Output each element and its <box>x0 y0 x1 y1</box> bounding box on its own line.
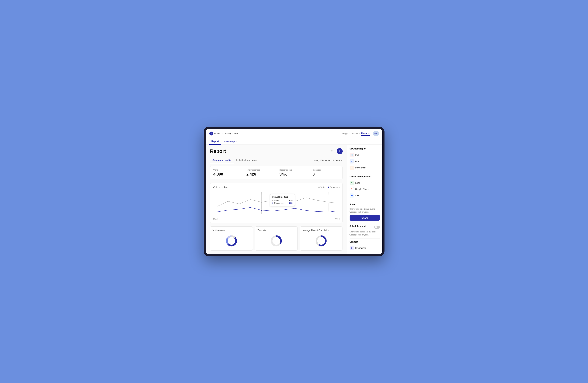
mini-card-total-hits: Total hits <box>255 226 298 251</box>
sidebar-item-gsheets[interactable]: G Google Sheets <box>350 186 380 192</box>
sidebar-item-powerpoint[interactable]: P PowerPoint <box>350 165 380 171</box>
top-nav: ✓ Folder > Survey name Design › Share › … <box>206 129 382 138</box>
csv-icon: CSV <box>350 193 354 198</box>
share-button[interactable]: Share <box>350 215 380 221</box>
schedule-toggle[interactable] <box>374 226 380 229</box>
report-title: Report <box>210 149 226 154</box>
nav-steps: Design › Share › Results <box>341 131 369 136</box>
report-actions: ≡ ✎ <box>329 148 343 154</box>
sidebar-item-pdf[interactable]: 📄 PDF <box>350 152 380 158</box>
mini-card-visit-sources-title: Visit sources <box>213 229 250 232</box>
excel-icon: X <box>350 181 354 185</box>
chart-tooltip: 16 August, 2023 Visits 635 <box>270 194 295 206</box>
stat-rate-label: Response rate <box>280 169 306 171</box>
tab-report[interactable]: Report <box>209 138 221 145</box>
sidebar-csv-label: CSV <box>355 194 360 197</box>
breadcrumb-folder[interactable]: Folder <box>214 132 221 135</box>
bottom-row: Visit sources Total hits <box>210 226 343 251</box>
powerpoint-icon: P <box>350 166 354 170</box>
tab-bar: Report + New report <box>206 138 382 145</box>
stat-total-responses: Total responses 2,426 <box>243 166 276 179</box>
date-range-picker[interactable]: Jan 6, 2024 — Jan 13, 2024 ∨ <box>313 159 343 162</box>
pdf-icon: 📄 <box>350 153 354 157</box>
sidebar-item-excel[interactable]: X Excel <box>350 180 380 186</box>
sidebar-schedule-title: Schedule report <box>350 225 366 228</box>
mini-card-total-hits-title: Total hits <box>258 229 295 232</box>
chart-dates: 14 Aug Oct 2 <box>213 218 340 220</box>
nav-step-results[interactable]: Results <box>361 131 370 136</box>
brand-check: ✓ <box>210 132 212 134</box>
schedule-report-row: Schedule report <box>350 225 380 229</box>
legend-visits-label: Visits <box>320 186 325 188</box>
sidebar-connect-title: Connect <box>350 241 380 243</box>
nav-sep-1: › <box>349 132 350 135</box>
tooltip-date: 16 August, 2023 <box>272 196 293 198</box>
donut-visit-sources <box>213 234 250 248</box>
report-tabs: Summary results Individual responses Jan… <box>210 157 343 163</box>
stat-response-rate: Response rate 34% <box>276 166 310 179</box>
sidebar-integrations-label: Integrations <box>355 247 366 249</box>
chart-section: Visits overtime Visits Responses <box>210 183 343 223</box>
report-header: Report ≡ ✎ <box>210 148 343 154</box>
tooltip-responses-label: Responses <box>272 202 284 204</box>
stat-discarded: Discarded 0 <box>309 166 342 179</box>
sidebar-divider-2 <box>350 201 380 201</box>
legend-visits: Visits <box>318 186 325 188</box>
sidebar-download-responses-title: Download responses <box>350 175 380 178</box>
sidebar-pdf-label: PDF <box>355 154 359 156</box>
legend-responses-label: Responses <box>330 186 339 188</box>
sidebar-item-integrations[interactable]: ⚙ Integrations <box>350 245 380 251</box>
breadcrumb-survey[interactable]: Survey name <box>224 132 238 135</box>
edit-button[interactable]: ✎ <box>337 148 343 154</box>
breadcrumb: ✓ Folder > Survey name <box>209 131 341 135</box>
chart-title: Visits overtime <box>213 186 228 189</box>
mini-card-avg-time-title: Average Time of Completion <box>302 229 340 232</box>
tooltip-responses-value: 208 <box>289 202 292 204</box>
filter-icon: ≡ <box>331 150 333 153</box>
chart-legend: Visits Responses <box>318 186 339 188</box>
connect-section: Connect ⚙ Integrations <box>350 241 380 251</box>
stat-visits-label: Visits <box>213 169 240 171</box>
tab-summary-results[interactable]: Summary results <box>210 157 234 163</box>
donut-total-hits <box>258 234 295 248</box>
nav-sep-2: › <box>359 132 360 135</box>
legend-visits-dot <box>318 187 320 188</box>
tooltip-responses-dot <box>272 202 273 204</box>
tab-individual-responses[interactable]: Individual responses <box>234 157 260 163</box>
date-range-text: Jan 6, 2024 — Jan 13, 2024 <box>313 159 340 162</box>
nav-step-share[interactable]: Share <box>352 131 358 135</box>
sidebar-divider-1 <box>350 173 380 173</box>
gsheets-icon: G <box>350 187 354 191</box>
sidebar-item-word[interactable]: W Word <box>350 158 380 165</box>
chart-date-end: Oct 2 <box>336 218 340 220</box>
sidebar-excel-label: Excel <box>355 182 360 184</box>
report-tab-list: Summary results Individual responses <box>210 157 260 163</box>
stat-responses-value: 2,426 <box>246 172 273 177</box>
donut-avg-time <box>302 234 340 248</box>
sidebar-item-csv[interactable]: CSV CSV <box>350 192 380 199</box>
filter-button[interactable]: ≡ <box>329 148 335 154</box>
user-avatar[interactable]: MA <box>373 131 379 136</box>
breadcrumb-sep-1: > <box>222 132 223 135</box>
sidebar: Download report 📄 PDF W Word P PowerPoin… <box>347 145 382 254</box>
chart-container: 16 August, 2023 Visits 635 <box>213 191 340 217</box>
tooltip-visits-value: 635 <box>289 199 292 201</box>
sidebar-word-label: Word <box>355 160 360 163</box>
nav-step-design[interactable]: Design <box>341 131 348 135</box>
device-frame: ✓ Folder > Survey name Design › Share › … <box>204 127 384 256</box>
brand-icon: ✓ <box>209 131 213 135</box>
legend-responses-dot <box>328 187 329 188</box>
sidebar-share-title: Share <box>350 203 380 206</box>
word-icon: W <box>350 159 354 164</box>
chart-header: Visits overtime Visits Responses <box>213 186 340 189</box>
integrations-icon: ⚙ <box>350 246 354 250</box>
sidebar-gsheets-label: Google Sheets <box>355 188 369 191</box>
content-area: Report ≡ ✎ Summary results Individu <box>206 145 347 254</box>
edit-icon: ✎ <box>338 150 341 153</box>
legend-responses: Responses <box>328 186 339 188</box>
sidebar-divider-3 <box>350 223 380 223</box>
chart-date-start: 14 Aug <box>213 218 219 220</box>
sidebar-divider-4 <box>350 238 380 238</box>
new-report-button[interactable]: + New report <box>222 139 239 144</box>
sidebar-share-desc: Share your report via a public webpage w… <box>350 208 380 213</box>
